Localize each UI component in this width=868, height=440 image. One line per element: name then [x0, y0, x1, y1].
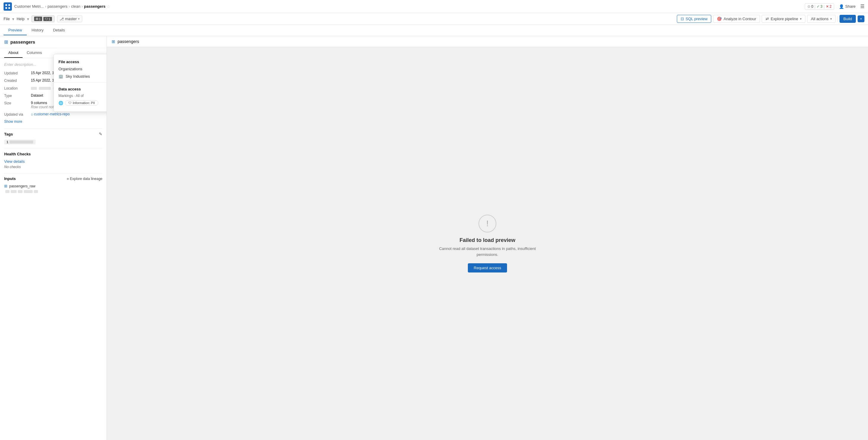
- organizations-item[interactable]: Organizations: [54, 65, 107, 73]
- inputs-section: Inputs ⎆ Explore data lineage ⊞ passenge…: [4, 176, 102, 193]
- input-blur-4: [24, 190, 33, 193]
- show-more-button[interactable]: Show more: [4, 120, 102, 124]
- left-tab-columns[interactable]: Columns: [23, 48, 46, 58]
- tags-title: Tags: [4, 132, 13, 136]
- tag-blur: [9, 140, 33, 143]
- app-icon[interactable]: [4, 2, 12, 11]
- top-right: ⊙ 0 | ✓ 3 | ✕ 2 👤 Share ☰: [805, 3, 864, 10]
- loc-blur-1: [31, 87, 37, 90]
- build-button[interactable]: Build: [839, 15, 856, 23]
- left-content: Enter description... Updated 15 Apr 2022…: [0, 58, 106, 440]
- markings-label: Markings · All of: [59, 94, 84, 98]
- circle-badge: ⊙ 0: [807, 4, 813, 9]
- right-panel-header: ⊞ passengers: [107, 36, 868, 47]
- sql-preview-button[interactable]: ⊡ SQL preview: [677, 15, 712, 23]
- explore-lineage-button[interactable]: ⎆ Explore data lineage: [67, 177, 102, 181]
- nav-left: File ▾ Help ▾ ⊞1 🛡1 ⎇ master ▾: [4, 15, 82, 22]
- sql-icon: ⊡: [681, 16, 684, 21]
- shield-badge-icon: 🛡: [45, 17, 48, 21]
- cross-badge: ✕ 2: [826, 4, 832, 9]
- popup-divider: [54, 82, 107, 83]
- branch-selector[interactable]: ⎇ master ▾: [57, 15, 82, 22]
- nav-right: ⊡ SQL preview 🎯 Analyze in Contour ⇄ Exp…: [677, 15, 864, 23]
- breadcrumb-sep-2: ›: [69, 4, 70, 9]
- input-blur-1: [5, 190, 9, 193]
- marking-globe-icon: 🌐: [59, 101, 63, 105]
- left-tab-about[interactable]: About: [4, 48, 23, 58]
- inputs-title: Inputs: [4, 176, 16, 181]
- build-caret-button[interactable]: ▾: [858, 15, 864, 22]
- type-label: Type: [4, 93, 31, 98]
- lineage-icon: ⎆: [67, 177, 69, 181]
- status-badges[interactable]: ⊙ 0 | ✓ 3 | ✕ 2: [805, 3, 834, 10]
- tag-item: 1: [4, 140, 36, 144]
- explore-pipeline-button[interactable]: ⇄ Explore pipeline ▾: [762, 15, 805, 23]
- meta-updated-via: Updated via ⌂ customer-metrics-repo: [4, 112, 102, 116]
- svg-rect-1: [8, 4, 10, 6]
- marking-shield-icon: 🛡: [68, 101, 71, 105]
- request-access-button[interactable]: Request access: [468, 263, 507, 272]
- file-menu[interactable]: File: [4, 16, 10, 21]
- mode-badges: ⊞1 🛡1: [31, 15, 55, 22]
- sky-industries-item[interactable]: 🏢 Sky Industries: [54, 73, 107, 80]
- org-item-label: Organizations: [59, 67, 82, 71]
- updated-via-value[interactable]: ⌂ customer-metrics-repo: [31, 112, 102, 116]
- health-no-checks: No checks: [4, 165, 102, 169]
- input-blur-2: [11, 190, 17, 193]
- input-passengers-raw[interactable]: ⊞ passengers_raw: [4, 184, 102, 188]
- share-button[interactable]: 👤 Share: [837, 3, 858, 10]
- svg-rect-3: [8, 7, 10, 9]
- error-icon-circle: !: [478, 215, 496, 232]
- tab-details[interactable]: Details: [49, 26, 70, 35]
- tags-edit-icon[interactable]: ✎: [99, 132, 102, 136]
- divider-inputs: [4, 173, 102, 173]
- breadcrumb-current: passengers: [84, 4, 105, 9]
- analyze-contour-button[interactable]: 🎯 Analyze in Contour: [713, 15, 760, 23]
- input-blur-3: [18, 190, 23, 193]
- shield-badge-count: 1: [49, 17, 51, 21]
- location-label: Location: [4, 86, 31, 91]
- all-actions-button[interactable]: All actions ▾: [807, 15, 836, 23]
- marking-badge-label: Information: PII: [73, 101, 95, 105]
- top-bar: Customer Metri... › passengers › clean ›…: [0, 0, 868, 13]
- help-menu[interactable]: Help: [17, 16, 25, 21]
- grid-badge-count: 1: [39, 17, 41, 21]
- exclamation-icon: !: [486, 219, 489, 228]
- breadcrumb-sep-3: ›: [82, 4, 83, 9]
- access-dropdown-popup: File access Organizations 🏢 Sky Industri…: [54, 54, 107, 112]
- loc-blur-2: [39, 87, 51, 90]
- building-icon: 🏢: [59, 74, 63, 78]
- right-dataset-title: passengers: [118, 39, 139, 44]
- favorite-star-icon[interactable]: ☆: [106, 4, 111, 9]
- size-label: Size: [4, 101, 31, 109]
- left-panel: File access Organizations 🏢 Sky Industri…: [0, 36, 107, 440]
- breadcrumb-sep-1: ›: [45, 4, 46, 9]
- dataset-icon: ⊞: [4, 39, 8, 45]
- grid-badge-icon: ⊞: [36, 17, 38, 21]
- health-title: Health Checks: [4, 152, 31, 156]
- right-dataset-icon: ⊞: [112, 39, 115, 44]
- tab-preview[interactable]: Preview: [4, 26, 27, 35]
- contour-icon: 🎯: [717, 16, 722, 21]
- breadcrumb-item-2[interactable]: passengers: [48, 4, 67, 9]
- repo-icon: ⌂: [31, 112, 33, 116]
- breadcrumb: Customer Metri... › passengers › clean ›…: [14, 4, 802, 9]
- updated-via-label: Updated via: [4, 112, 31, 116]
- health-view-details-link[interactable]: View details: [4, 159, 102, 164]
- tab-history[interactable]: History: [27, 26, 48, 35]
- created-label: Created: [4, 78, 31, 83]
- dataset-header: ⊞ passengers: [0, 36, 106, 48]
- pipeline-icon: ⇄: [766, 16, 769, 21]
- all-actions-caret-icon: ▾: [830, 17, 832, 21]
- tabs-bar: Preview History Details: [0, 25, 868, 36]
- marking-badge: 🛡 Information: PII: [65, 100, 98, 106]
- breadcrumb-item-3[interactable]: clean: [71, 4, 81, 9]
- build-divider: [837, 16, 838, 22]
- tags-section-header: Tags ✎: [4, 132, 102, 136]
- svg-rect-0: [5, 4, 7, 6]
- main-layout: File access Organizations 🏢 Sky Industri…: [0, 36, 868, 440]
- breadcrumb-item-1[interactable]: Customer Metri...: [14, 4, 44, 9]
- inputs-header: Inputs ⎆ Explore data lineage: [4, 176, 102, 181]
- menu-icon[interactable]: ☰: [860, 4, 864, 9]
- check-badge: ✓ 3: [817, 4, 823, 9]
